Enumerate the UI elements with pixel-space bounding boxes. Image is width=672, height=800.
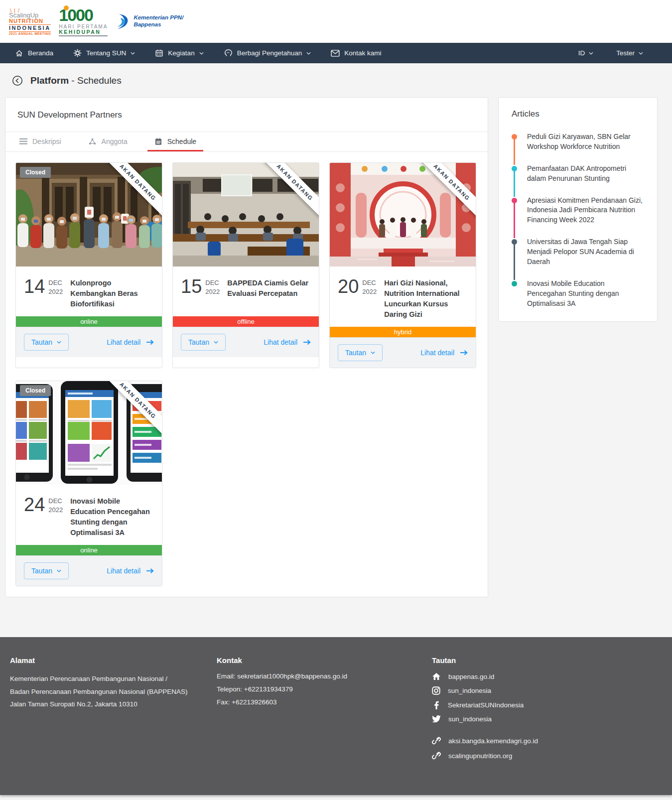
arrow-right-icon (146, 568, 154, 574)
link-icon (432, 751, 441, 760)
footer-link-scalingup[interactable]: scalingupnutrition.org (432, 751, 538, 760)
timeline-line (514, 171, 515, 197)
mail-icon (331, 50, 340, 57)
event-title: BAPPEDA Ciamis Gelar Evaluasi Percepatan (227, 278, 311, 309)
event-image-mobile-education: Closed AKAN DATANG (16, 381, 162, 485)
page-title: Platform - Schedules (30, 75, 122, 86)
tabbar: Deskripsi Anggota Schedule (5, 132, 488, 152)
status-badge: online (16, 545, 162, 555)
tautan-dropdown[interactable]: Tautan (24, 334, 69, 351)
schedules-panel: SUN Development Partners Deskripsi Anggo… (5, 97, 488, 597)
event-cards-grid: Closed AKAN DATANG 14 DEC2022 Kulonprogo… (5, 152, 488, 597)
bappenas-logo: Kementerian PPN/ Bappenas (116, 13, 183, 30)
timeline-line (514, 203, 515, 239)
arrow-right-icon (460, 350, 468, 356)
article-link[interactable]: Universitas di Jawa Tengah Siap Menjadi … (512, 237, 644, 279)
footer-alamat-title: Alamat (10, 656, 217, 665)
event-card: Closed AKAN DATANG 24 DEC2022 Inovasi Mo… (15, 381, 162, 586)
tautan-dropdown[interactable]: Tautan (24, 562, 69, 579)
lihat-detail-link[interactable]: Lihat detail (107, 567, 154, 575)
event-title: Kulonprogo Kembangkan Beras Biofortifika… (70, 278, 154, 309)
event-card: Closed AKAN DATANG 14 DEC2022 Kulonprogo… (15, 162, 162, 368)
contact-email: Email: sekretariat1000hpk@bappenas.go.id (217, 672, 432, 680)
arrow-right-icon (303, 339, 311, 345)
timeline-line (514, 244, 515, 280)
closed-badge: Closed (20, 167, 51, 178)
address-line: Badan Perencanaan Pembangunan Nasional (… (10, 685, 217, 698)
language-selector[interactable]: ID (578, 49, 594, 57)
address-line: Jalan Taman Suropati No.2, Jakarta 10310 (10, 698, 217, 711)
user-menu[interactable]: Tester (616, 49, 643, 57)
site-header: \ | / ScalingUp NUTRITION INDONESIA 2021… (0, 0, 672, 43)
event-month: DEC (48, 497, 62, 505)
status-badge: offline (173, 316, 319, 327)
event-month: DEC (362, 279, 376, 286)
contact-fax: Fax: +62213926603 (217, 698, 432, 706)
footer: Alamat Kementerian Perencanaan Pembangun… (0, 637, 672, 795)
chevron-down-icon (306, 52, 311, 55)
tautan-dropdown[interactable]: Tautan (181, 334, 226, 351)
nav-kegiatan[interactable]: Kegiatan (155, 49, 203, 57)
footer-link-bappenas[interactable]: bappenas.go.id (432, 672, 538, 680)
tab-deskripsi[interactable]: Deskripsi (12, 132, 68, 151)
event-day: 20 (338, 277, 359, 320)
instagram-icon (432, 686, 440, 695)
chevron-down-icon (57, 341, 61, 344)
footer-link-twitter[interactable]: sun_indonesia (432, 715, 538, 723)
footer-link-facebook[interactable]: SekretariatSUNIndonesia (432, 701, 538, 709)
status-badge: hybrid (330, 327, 476, 337)
article-link[interactable]: Inovasi Mobile Education Pencegahan Stun… (512, 279, 644, 318)
footer-link-instagram[interactable]: sun_indonesia (432, 686, 538, 695)
event-day: 24 (24, 496, 45, 538)
footer-link-aksi-bangda[interactable]: aksi.bangda.kemendagri.go.id (432, 736, 538, 745)
chevron-down-icon (199, 52, 204, 55)
event-year: 2022 (362, 288, 377, 295)
schedule-icon (154, 137, 162, 145)
nav-beranda[interactable]: Beranda (15, 49, 53, 57)
link-icon (432, 736, 441, 745)
closed-badge: Closed (20, 385, 51, 396)
event-year: 2022 (48, 506, 63, 514)
back-icon[interactable] (12, 75, 23, 86)
tab-schedule[interactable]: Schedule (147, 132, 203, 151)
facebook-icon (432, 701, 440, 709)
list-icon (19, 138, 27, 145)
page-title-bar: Platform - Schedules (0, 63, 672, 97)
nav-tentang-sun[interactable]: Tentang SUN (73, 49, 135, 57)
event-month: DEC (48, 279, 62, 286)
event-day: 15 (181, 277, 202, 309)
tautan-dropdown[interactable]: Tautan (338, 344, 383, 361)
chevron-down-icon (589, 52, 593, 55)
arrow-right-icon (146, 339, 154, 345)
event-card: AKAN DATANG 20 DEC2022 Hari Gizi Nasiona… (329, 162, 476, 368)
lihat-detail-link[interactable]: Lihat detail (420, 349, 468, 357)
network-icon (88, 137, 97, 145)
hpk-1000-logo: 1000 HARI PERTAMA KEHIDUPAN (59, 6, 108, 36)
article-link[interactable]: Apresiasi Komitmen Pendanaan Gizi, Indon… (512, 196, 644, 238)
event-image-hari-gizi: AKAN DATANG (330, 163, 476, 267)
timeline-dot (512, 281, 517, 286)
bappenas-swoosh-icon (116, 13, 131, 30)
home-icon (432, 672, 441, 680)
nav-berbagi-pengetahuan[interactable]: Berbagi Pengetahuan (224, 49, 311, 57)
chevron-down-icon (214, 341, 218, 344)
footer-kontak-title: Kontak (217, 656, 432, 665)
lihat-detail-link[interactable]: Lihat detail (264, 338, 311, 346)
article-link[interactable]: Peduli Gizi Karyawan, SBN Gelar Workshop… (512, 132, 644, 164)
gear-icon (73, 49, 82, 57)
chevron-down-icon (639, 52, 643, 55)
address-line: Kementerian Perencanaan Pembangunan Nasi… (10, 672, 217, 685)
main-nav: Beranda Tentang SUN Kegiatan (0, 43, 672, 63)
article-link[interactable]: Pemanfaatan DAK Antropometri dalam Penur… (512, 164, 644, 196)
articles-title: Articles (512, 109, 644, 119)
event-year: 2022 (48, 288, 63, 295)
articles-panel: Articles Peduli Gizi Karyawan, SBN Gelar… (498, 97, 658, 322)
chevron-down-icon (57, 569, 61, 572)
nav-kontak-kami[interactable]: Kontak kami (331, 49, 381, 57)
event-month: DEC (205, 279, 219, 286)
lihat-detail-link[interactable]: Lihat detail (107, 338, 154, 346)
tab-anggota[interactable]: Anggota (81, 132, 134, 151)
event-image-bappeda: AKAN DATANG (173, 163, 319, 267)
twitter-icon (432, 715, 441, 723)
panel-title: SUN Development Partners (5, 98, 488, 132)
